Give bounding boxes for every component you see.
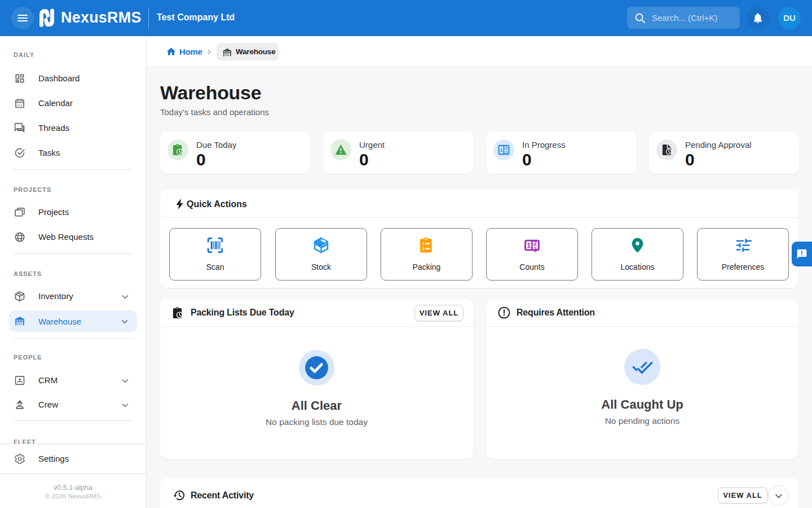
svg-text:3: 3: [505, 150, 508, 155]
svg-text:1: 1: [527, 242, 531, 249]
svg-text:1: 1: [422, 241, 425, 246]
svg-text:1: 1: [500, 147, 504, 153]
svg-text:2: 2: [422, 246, 425, 251]
svg-text:3: 3: [533, 247, 537, 253]
